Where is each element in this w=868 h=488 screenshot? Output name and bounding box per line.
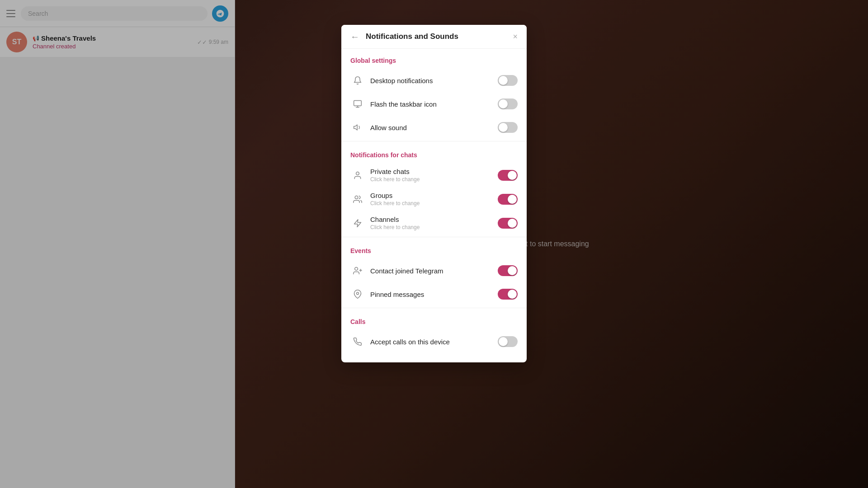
- setting-sublabel: Click here to change: [370, 224, 498, 230]
- modal-title: Notifications and Sounds: [366, 32, 513, 41]
- setting-label: Desktop notifications: [370, 77, 498, 84]
- setting-label: Groups: [370, 192, 498, 199]
- toggle-groups[interactable]: [498, 194, 518, 205]
- setting-sublabel: Click here to change: [370, 176, 498, 183]
- setting-label: Contact joined Telegram: [370, 267, 498, 275]
- divider: [341, 141, 527, 141]
- setting-label: Accept calls on this device: [370, 338, 498, 346]
- section-title-calls: Calls: [341, 310, 527, 330]
- setting-text: Accept calls on this device: [370, 338, 498, 346]
- toggle-private-chats[interactable]: [498, 170, 518, 181]
- setting-row-desktop-notifications[interactable]: Desktop notifications: [341, 69, 527, 92]
- bell-icon: [350, 76, 365, 85]
- divider: [341, 237, 527, 237]
- megaphone-icon: [350, 219, 365, 228]
- toggle-pinned-messages[interactable]: [498, 289, 518, 300]
- phone-icon: [350, 337, 365, 346]
- setting-sublabel: Click here to change: [370, 200, 498, 206]
- divider: [341, 308, 527, 308]
- modal-overlay: ← Notifications and Sounds × Global sett…: [0, 0, 868, 488]
- notifications-modal: ← Notifications and Sounds × Global sett…: [341, 25, 527, 362]
- setting-text: Desktop notifications: [370, 77, 498, 84]
- svg-rect-0: [354, 101, 362, 106]
- toggle-accept-calls[interactable]: [498, 336, 518, 347]
- svg-point-6: [355, 267, 358, 271]
- toggle-flash-taskbar[interactable]: [498, 99, 518, 109]
- people-icon: [350, 195, 365, 204]
- volume-icon: [350, 123, 365, 132]
- setting-text: Flash the taskbar icon: [370, 100, 498, 108]
- setting-row-accept-calls[interactable]: Accept calls on this device: [341, 330, 527, 353]
- setting-row-pinned-messages[interactable]: Pinned messages: [341, 282, 527, 306]
- toggle-desktop-notifications[interactable]: [498, 75, 518, 86]
- section-title-chats: Notifications for chats: [341, 143, 527, 163]
- setting-label: Channels: [370, 216, 498, 223]
- toggle-contact-joined[interactable]: [498, 265, 518, 276]
- setting-label: Flash the taskbar icon: [370, 100, 498, 108]
- section-title-events: Events: [341, 239, 527, 259]
- monitor-icon: [350, 99, 365, 108]
- setting-row-channels[interactable]: Channels Click here to change: [341, 211, 527, 235]
- setting-text: Allow sound: [370, 124, 498, 131]
- modal-header: ← Notifications and Sounds ×: [341, 25, 527, 49]
- person-add-icon: [350, 266, 365, 275]
- close-button[interactable]: ×: [513, 33, 518, 41]
- modal-body: Global settings Desktop notifications: [341, 49, 527, 362]
- setting-text: Groups Click here to change: [370, 192, 498, 206]
- person-icon: [350, 171, 365, 180]
- setting-text: Pinned messages: [370, 291, 498, 298]
- setting-text: Private chats Click here to change: [370, 168, 498, 183]
- svg-point-4: [356, 172, 359, 175]
- setting-text: Contact joined Telegram: [370, 267, 498, 275]
- section-title-global: Global settings: [341, 49, 527, 69]
- svg-marker-3: [354, 125, 358, 130]
- setting-row-private-chats[interactable]: Private chats Click here to change: [341, 163, 527, 187]
- pin-icon: [350, 290, 365, 299]
- toggle-channels[interactable]: [498, 218, 518, 229]
- setting-label: Allow sound: [370, 124, 498, 131]
- setting-row-flash-taskbar[interactable]: Flash the taskbar icon: [341, 92, 527, 116]
- back-button[interactable]: ←: [350, 32, 359, 41]
- setting-row-allow-sound[interactable]: Allow sound: [341, 116, 527, 139]
- svg-point-9: [357, 292, 359, 295]
- setting-text: Channels Click here to change: [370, 216, 498, 230]
- setting-label: Pinned messages: [370, 291, 498, 298]
- setting-row-contact-joined[interactable]: Contact joined Telegram: [341, 259, 527, 282]
- setting-row-groups[interactable]: Groups Click here to change: [341, 187, 527, 211]
- setting-label: Private chats: [370, 168, 498, 175]
- svg-point-5: [355, 196, 358, 199]
- toggle-allow-sound[interactable]: [498, 122, 518, 133]
